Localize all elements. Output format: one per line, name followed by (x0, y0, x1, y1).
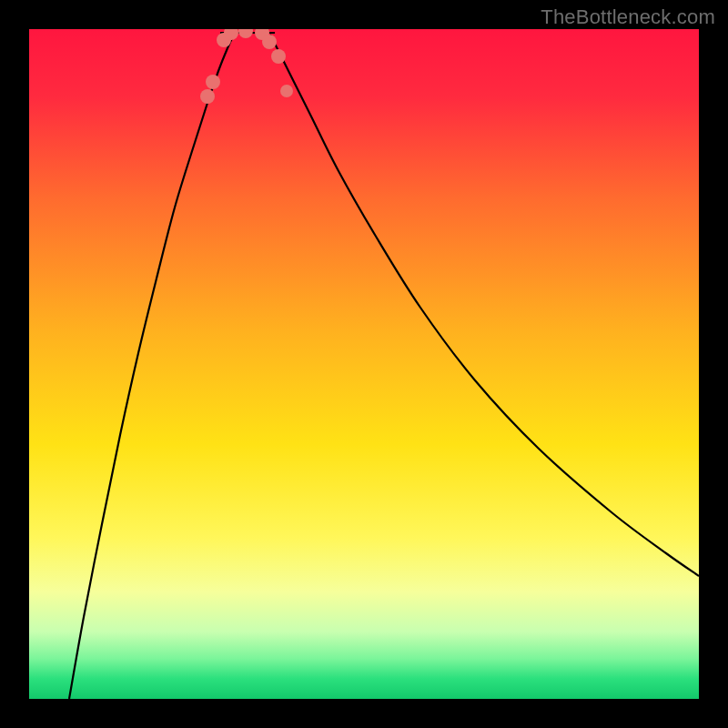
data-marker (206, 75, 220, 89)
data-marker (200, 89, 215, 104)
data-marker (262, 35, 277, 49)
curve-left-curve (69, 35, 234, 699)
curve-right-curve (270, 35, 699, 576)
plot-area (29, 29, 699, 699)
watermark-text: TheBottleneck.com (541, 5, 715, 29)
data-marker (271, 49, 286, 64)
data-marker (280, 85, 293, 97)
data-marker (238, 29, 253, 38)
curves-layer (29, 29, 699, 699)
chart-frame: TheBottleneck.com (0, 0, 728, 728)
